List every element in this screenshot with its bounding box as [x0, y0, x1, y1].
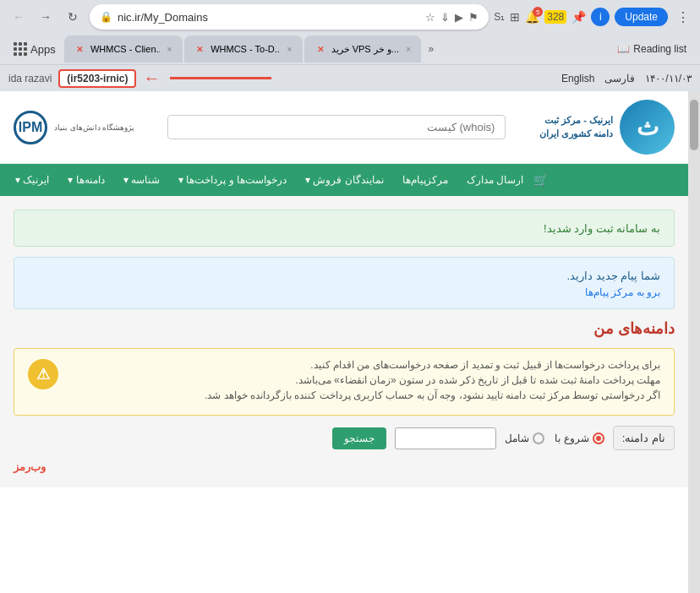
- play-icon[interactable]: ▶: [455, 11, 463, 24]
- pin-icon[interactable]: 📌: [571, 10, 586, 24]
- arrow-icon: ←: [143, 68, 160, 88]
- site-navigation: 🛒 ارسال مدارک مرکزپیام‌ها نمایندگان فروش…: [0, 164, 688, 196]
- tab-whmcs-todo[interactable]: ✕ WHMCS - To-D... ×: [184, 35, 303, 63]
- irnic-title: ایرنیک - مرکز ثبتدامنه کشوری ایران: [539, 114, 613, 140]
- tab-favicon-2: ✕: [194, 43, 206, 55]
- extensions-icon[interactable]: ⊞: [510, 10, 520, 24]
- domains-section-title: دامنه‌های من: [14, 319, 675, 338]
- download-icon[interactable]: ⇓: [440, 11, 450, 24]
- domain-badge: (ir5203-irnic): [58, 69, 136, 88]
- tab-label-3: خرید VPS و خر...: [331, 44, 399, 55]
- url-text: nic.ir/My_Domains: [118, 11, 420, 24]
- back-button[interactable]: ←: [7, 5, 30, 29]
- tab-close-2[interactable]: ×: [287, 44, 292, 54]
- login-success-alert: به سامانه ثبت وارد شدید!: [14, 209, 675, 247]
- irnic-circle-logo: ث: [620, 100, 675, 155]
- search-button[interactable]: جستجو: [332, 427, 386, 449]
- apps-button[interactable]: Apps: [7, 39, 63, 59]
- update-button[interactable]: Update: [615, 8, 668, 26]
- nav-domains[interactable]: دامنه‌ها ▾: [59, 169, 112, 191]
- warning-box: برای پرداخت درخواست‌ها از قبیل ثبت و تمد…: [14, 348, 675, 416]
- vertical-scrollbar[interactable]: [688, 91, 700, 593]
- radio-starts-label: شروع با: [555, 433, 588, 444]
- tab-label-1: WHMCS - Clien...: [90, 44, 160, 54]
- tab-favicon-1: ✕: [74, 43, 85, 55]
- ipm-text: IPM: [19, 120, 42, 135]
- user-text: ida razavi: [8, 73, 52, 84]
- warning-icon: ⚠: [28, 359, 58, 389]
- whois-input[interactable]: [167, 115, 506, 139]
- lang-english[interactable]: English: [561, 73, 594, 84]
- tab-favicon-3: ✕: [314, 43, 326, 55]
- nav-agents[interactable]: نمایندگان فروش ▾: [297, 169, 392, 191]
- lock-icon: 🔒: [100, 11, 112, 23]
- message-text: شما پیام جدید دارید.: [567, 269, 660, 282]
- warning-line-3: اگر درخواستی توسط مرکز ثبت دامنه تایید ن…: [67, 389, 660, 401]
- notifications-icon[interactable]: 🔔 5: [525, 10, 539, 24]
- warning-line-1: برای پرداخت درخواست‌ها از قبیل ثبت و تمد…: [67, 359, 660, 371]
- domain-search-input[interactable]: [395, 427, 496, 449]
- profile-icon[interactable]: i: [591, 8, 610, 26]
- forward-button[interactable]: →: [34, 5, 57, 29]
- tab-vps[interactable]: ✕ خرید VPS و خر... ×: [304, 35, 422, 63]
- irnic-logo: ایرنیک - مرکز ثبتدامنه کشوری ایران ث: [539, 100, 675, 155]
- search-type-radios: شروع با شامل: [505, 433, 604, 444]
- message-alert: شما پیام جدید دارید. برو به مرکز پیام‌ها: [14, 257, 675, 309]
- radio-starts-with[interactable]: شروع با: [555, 433, 604, 444]
- ipm-subtitle: پژوهشگاه دانش‌های بنیاد: [54, 123, 134, 132]
- apps-label: Apps: [30, 43, 56, 56]
- webremos-logo: وب‌رمز: [14, 460, 46, 473]
- s1-icon: S₁: [494, 11, 505, 23]
- domain-name-field-label: نام دامنه:: [613, 426, 675, 450]
- tab-label-2: WHMCS - To-D...: [211, 44, 280, 54]
- reload-button[interactable]: ↻: [61, 5, 85, 29]
- address-bar[interactable]: 🔒 nic.ir/My_Domains ☆ ⇓ ▶ ⚑: [90, 4, 489, 30]
- tabs-overflow-button[interactable]: »: [423, 40, 439, 58]
- reading-list-button[interactable]: 📖 Reading list: [610, 40, 693, 58]
- nav-messages[interactable]: مرکزپیام‌ها: [394, 169, 457, 191]
- tab-close-1[interactable]: ×: [167, 44, 172, 54]
- tab-whmcs-client[interactable]: ✕ WHMCS - Clien... ×: [64, 35, 183, 63]
- ipm-logo: IPM پژوهشگاه دانش‌های بنیاد: [14, 111, 134, 144]
- lang-persian[interactable]: فارسی: [604, 73, 635, 84]
- nav-send-docs[interactable]: ارسال مدارک: [458, 169, 532, 191]
- nav-identity[interactable]: شناسه ▾: [115, 169, 168, 191]
- scrollbar-thumb[interactable]: [690, 100, 698, 150]
- date-text: ۱۴۰۰/۱۱/۰۳: [645, 73, 692, 84]
- radio-contains-label: شامل: [505, 433, 529, 444]
- nav-cart-icon: 🛒: [533, 173, 548, 187]
- nav-requests[interactable]: درخواست‌ها و پرداخت‌ها ▾: [170, 169, 295, 191]
- main-content-area: IPM پژوهشگاه دانش‌های بنیاد ایرنیک - مرک…: [0, 91, 688, 593]
- browser-menu-button[interactable]: ⋮: [673, 6, 693, 29]
- reading-list-icon: 📖: [617, 43, 630, 55]
- star-icon[interactable]: ☆: [425, 11, 435, 24]
- nav-irnic[interactable]: ایرنیک ▾: [7, 169, 57, 191]
- flag-icon[interactable]: ⚑: [468, 11, 479, 24]
- login-success-text: به سامانه ثبت وارد شدید!: [544, 222, 660, 235]
- domain-search-row: نام دامنه: شروع با شامل: [14, 426, 675, 450]
- warning-line-2: مهلت پرداخت دامنهٔ ثبت شده تا قبل از تار…: [67, 374, 660, 386]
- reading-list-label: Reading list: [633, 43, 686, 55]
- message-center-link[interactable]: برو به مرکز پیام‌ها: [28, 286, 660, 298]
- tab-close-3[interactable]: ×: [406, 44, 411, 54]
- radio-contains[interactable]: شامل: [505, 433, 544, 444]
- counter-icon: 328: [544, 10, 566, 24]
